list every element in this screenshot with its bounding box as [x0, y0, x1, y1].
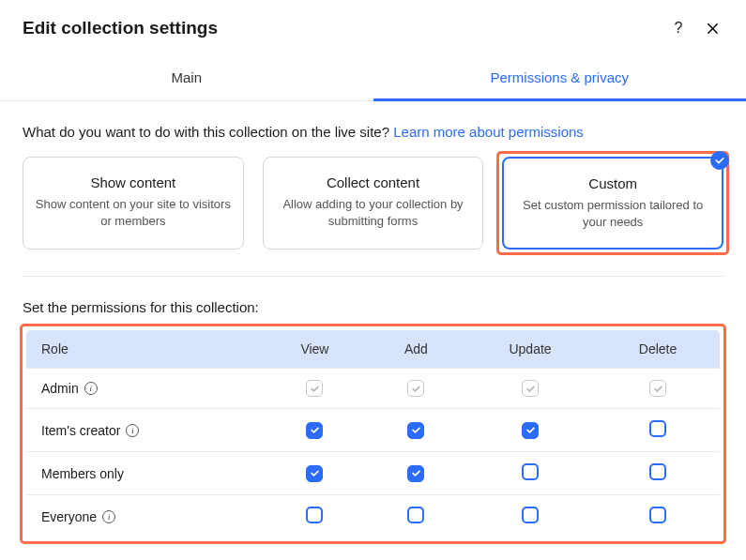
permissions-table-highlight: Role View Add Update Delete AdminiItem's… [23, 326, 723, 541]
card-custom[interactable]: Custom Set custom permission tailored to… [502, 157, 723, 250]
card-desc: Set custom permission tailored to your n… [515, 197, 710, 231]
dialog-header: Edit collection settings ? [0, 0, 746, 56]
prompt-line: What do you want to do with this collect… [23, 124, 723, 140]
col-update: Update [464, 330, 596, 369]
checkbox-admin-add [407, 380, 424, 397]
card-title: Collect content [275, 174, 472, 190]
card-title: Show content [35, 174, 232, 190]
permissions-table: Role View Add Update Delete AdminiItem's… [25, 329, 721, 538]
learn-more-link[interactable]: Learn more about permissions [393, 124, 584, 140]
info-icon[interactable]: i [102, 510, 115, 523]
checkbox-everyone-add[interactable] [407, 507, 424, 523]
prompt-text: What do you want to do with this collect… [23, 124, 389, 140]
checkbox-members-update[interactable] [522, 463, 539, 480]
card-desc: Allow adding to your collection by submi… [275, 196, 472, 230]
help-icon[interactable]: ? [667, 17, 690, 39]
card-collect-content[interactable]: Collect content Allow adding to your col… [263, 157, 484, 250]
table-header-row: Role View Add Update Delete [26, 330, 721, 369]
checkbox-members-add[interactable] [407, 465, 424, 482]
dialog-title: Edit collection settings [23, 18, 656, 38]
table-row: Members only [26, 452, 721, 495]
checkbox-everyone-delete[interactable] [649, 507, 666, 523]
card-desc: Show content on your site to visitors or… [35, 196, 232, 230]
content-area: What do you want to do with this collect… [0, 101, 746, 560]
checkbox-admin-delete [649, 380, 666, 397]
table-row: Everyonei [26, 495, 721, 538]
role-label: Everyone [41, 509, 97, 524]
option-cards: Show content Show content on your site t… [23, 157, 723, 277]
role-label: Admin [41, 381, 79, 396]
info-icon[interactable]: i [126, 424, 139, 437]
table-row: Item's creatori [26, 409, 721, 452]
col-role: Role [26, 330, 263, 369]
checkbox-admin-view [306, 380, 323, 397]
checkbox-everyone-view[interactable] [306, 507, 323, 523]
checkbox-creator-add[interactable] [407, 422, 424, 439]
tab-main[interactable]: Main [0, 56, 373, 100]
check-badge-icon [710, 151, 729, 170]
tab-permissions[interactable]: Permissions & privacy [373, 56, 747, 101]
tabs: Main Permissions & privacy [0, 56, 746, 101]
col-delete: Delete [596, 330, 720, 369]
checkbox-admin-update [522, 380, 539, 397]
checkbox-members-delete[interactable] [649, 463, 666, 480]
info-icon[interactable]: i [84, 382, 98, 395]
card-custom-highlight: Custom Set custom permission tailored to… [499, 154, 726, 252]
checkbox-creator-delete[interactable] [649, 420, 666, 437]
role-label: Members only [41, 466, 124, 481]
checkbox-creator-update[interactable] [522, 422, 539, 439]
card-show-content[interactable]: Show content Show content on your site t… [23, 157, 244, 250]
role-label: Item's creator [41, 423, 120, 438]
table-row: Admini [26, 369, 721, 409]
checkbox-creator-view[interactable] [306, 422, 323, 439]
checkbox-members-view[interactable] [306, 465, 323, 482]
card-title: Custom [515, 175, 710, 191]
col-add: Add [368, 330, 464, 369]
checkbox-everyone-update[interactable] [522, 507, 539, 523]
col-view: View [262, 330, 368, 369]
permissions-heading: Set the permissions for this collection: [23, 299, 723, 315]
close-icon[interactable] [701, 17, 723, 39]
